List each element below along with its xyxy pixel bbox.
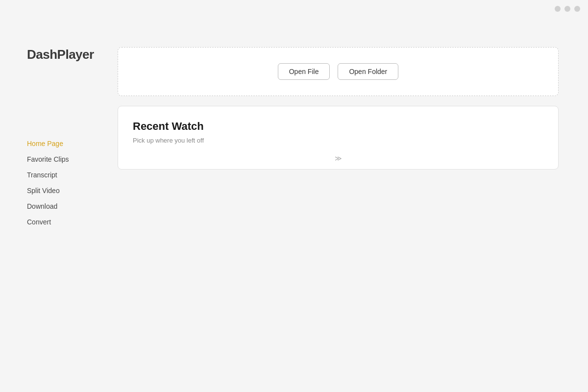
- chevron-down-icon: ≫: [335, 154, 342, 162]
- titlebar: [0, 0, 588, 18]
- sidebar-item-favorite-clips[interactable]: Favorite Clips: [27, 151, 93, 167]
- titlebar-dot-2: [564, 6, 570, 12]
- sidebar-item-download[interactable]: Download: [27, 198, 93, 214]
- recent-watch-title: Recent Watch: [133, 120, 543, 133]
- nav-menu: Home Page Favorite Clips Transcript Spli…: [27, 136, 93, 230]
- recent-watch-card: Recent Watch Pick up where you left off …: [118, 106, 559, 170]
- sidebar-item-transcript[interactable]: Transcript: [27, 167, 93, 183]
- sidebar-item-split-video[interactable]: Split Video: [27, 183, 93, 198]
- sidebar-item-convert[interactable]: Convert: [27, 214, 93, 230]
- sidebar-item-home[interactable]: Home Page: [27, 136, 93, 151]
- titlebar-dot-3: [574, 6, 580, 12]
- sidebar: DashPlayer Home Page Favorite Clips Tran…: [0, 18, 108, 392]
- recent-watch-subtitle: Pick up where you left off: [133, 137, 543, 144]
- file-open-area: Open File Open Folder: [118, 47, 559, 96]
- main-content: Open File Open Folder Recent Watch Pick …: [108, 18, 588, 392]
- titlebar-dot-1: [555, 6, 561, 12]
- app-container: DashPlayer Home Page Favorite Clips Tran…: [0, 18, 588, 392]
- open-folder-button[interactable]: Open Folder: [338, 63, 398, 80]
- app-title: DashPlayer: [27, 47, 93, 62]
- open-file-button[interactable]: Open File: [278, 63, 330, 80]
